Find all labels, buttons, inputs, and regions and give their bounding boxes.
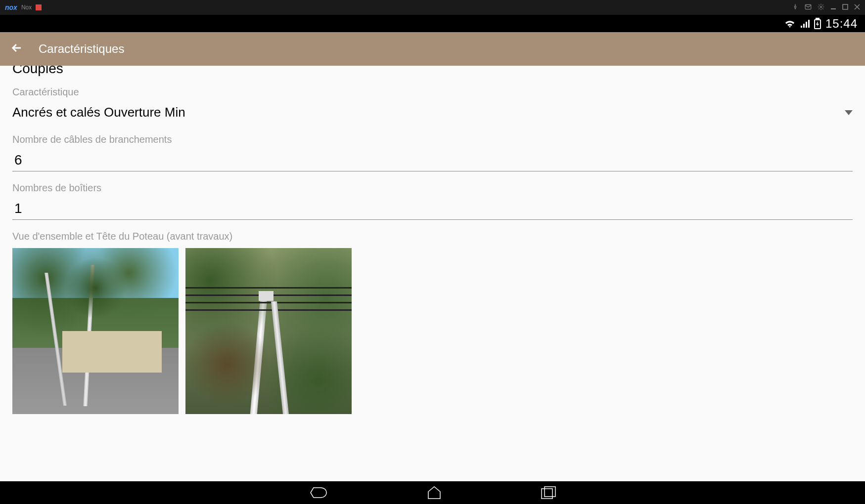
- nav-home-button[interactable]: [426, 486, 442, 500]
- svg-rect-6: [542, 489, 552, 499]
- settings-icon[interactable]: [818, 3, 824, 12]
- section-title: Couples: [12, 66, 853, 77]
- maximize-icon[interactable]: [842, 4, 848, 11]
- signal-icon: [800, 19, 810, 29]
- battery-charging-icon: [814, 18, 821, 30]
- android-navbar: [0, 481, 865, 504]
- field-caracteristique: Caractéristique Ancrés et calés Ouvertur…: [12, 86, 853, 123]
- svg-rect-3: [843, 4, 848, 9]
- photo-thumbnail-1[interactable]: [12, 248, 179, 414]
- page-title: Caractéristiques: [39, 42, 124, 56]
- photos-row: [12, 248, 853, 414]
- nox-logo: nox: [5, 3, 17, 11]
- android-statusbar: 15:44: [0, 15, 865, 32]
- chevron-down-icon: [845, 108, 853, 117]
- emulator-titlebar: nox Nox: [0, 0, 865, 15]
- app-header: Caractéristiques: [0, 32, 865, 66]
- field-cables: Nombre de câbles de branchements: [12, 134, 853, 171]
- svg-rect-7: [545, 487, 555, 497]
- caracteristique-label: Caractéristique: [12, 86, 853, 98]
- status-time: 15:44: [825, 17, 858, 31]
- photos-label: Vue d'ensemble et Tête du Poteau (avant …: [12, 231, 853, 242]
- boitiers-input[interactable]: [12, 198, 853, 220]
- pin-icon[interactable]: [792, 3, 799, 12]
- notification-badge-icon: [36, 4, 42, 10]
- cables-label: Nombre de câbles de branchements: [12, 134, 853, 145]
- svg-point-1: [820, 6, 822, 8]
- svg-rect-5: [816, 18, 819, 20]
- boitiers-label: Nombres de boîtiers: [12, 182, 853, 194]
- close-icon[interactable]: [854, 4, 860, 11]
- caracteristique-dropdown[interactable]: Ancrés et calés Ouverture Min: [12, 102, 853, 123]
- wifi-icon: [784, 19, 796, 29]
- photos-section: Vue d'ensemble et Tête du Poteau (avant …: [12, 231, 853, 414]
- svg-rect-2: [831, 8, 836, 9]
- minimize-icon[interactable]: [830, 4, 836, 11]
- caracteristique-value: Ancrés et calés Ouverture Min: [12, 105, 185, 120]
- form-content: Couples Caractéristique Ancrés et calés …: [0, 66, 865, 481]
- field-boitiers: Nombres de boîtiers: [12, 182, 853, 220]
- cables-input[interactable]: [12, 149, 853, 171]
- nav-back-button[interactable]: [310, 486, 327, 500]
- nox-title: Nox: [21, 4, 32, 11]
- mail-icon[interactable]: [805, 3, 812, 12]
- nav-recent-button[interactable]: [541, 486, 556, 499]
- back-button[interactable]: [10, 41, 24, 57]
- photo-thumbnail-2[interactable]: [185, 248, 352, 414]
